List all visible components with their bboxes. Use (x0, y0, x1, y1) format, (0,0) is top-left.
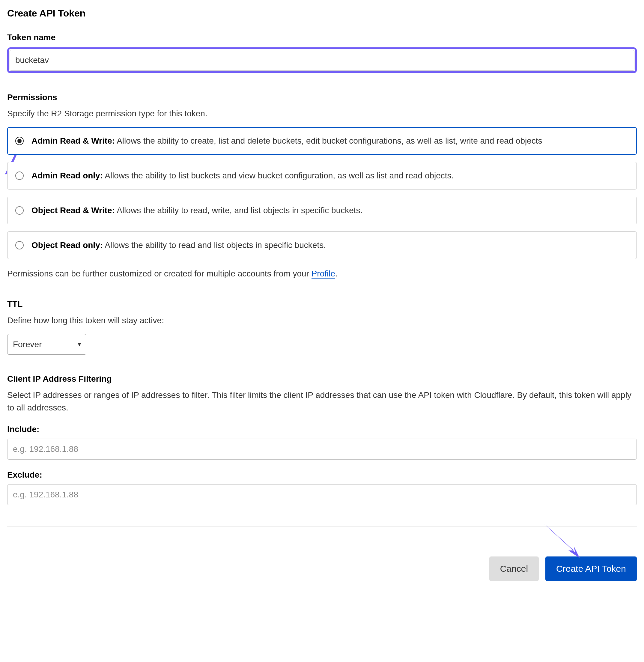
arrow-icon (541, 521, 583, 563)
exclude-input[interactable] (7, 484, 637, 505)
profile-link[interactable]: Profile (312, 269, 335, 278)
permissions-label: Permissions (7, 91, 637, 104)
token-name-label: Token name (7, 31, 637, 44)
ttl-select[interactable]: Forever (7, 334, 86, 355)
token-name-input[interactable] (9, 50, 635, 71)
ip-filter-label: Client IP Address Filtering (7, 373, 637, 385)
permissions-desc: Specify the R2 Storage permission type f… (7, 107, 637, 120)
create-api-token-button[interactable]: Create API Token (545, 556, 637, 581)
cancel-button[interactable]: Cancel (489, 556, 539, 581)
ttl-desc: Define how long this token will stay act… (7, 314, 637, 327)
exclude-label: Exclude: (7, 469, 637, 481)
permission-option[interactable]: Object Read only: Allows the ability to … (7, 231, 637, 259)
permission-text: Admin Read only: Allows the ability to l… (31, 169, 454, 182)
ip-filter-desc: Select IP addresses or ranges of IP addr… (7, 389, 637, 414)
permission-text: Object Read & Write: Allows the ability … (31, 204, 363, 217)
radio-icon (15, 241, 24, 249)
radio-icon (15, 137, 24, 145)
include-label: Include: (7, 423, 637, 436)
permission-option[interactable]: Object Read & Write: Allows the ability … (7, 197, 637, 224)
permission-text: Admin Read & Write: Allows the ability t… (31, 135, 543, 147)
include-input[interactable] (7, 439, 637, 460)
permissions-note: Permissions can be further customized or… (7, 268, 637, 280)
permission-text: Object Read only: Allows the ability to … (31, 239, 326, 252)
divider (7, 526, 637, 526)
permission-option[interactable]: Admin Read & Write: Allows the ability t… (7, 127, 637, 155)
page-title: Create API Token (7, 6, 637, 20)
token-name-highlight (7, 47, 637, 73)
ttl-label: TTL (7, 298, 637, 311)
radio-icon (15, 206, 24, 215)
radio-icon (15, 172, 24, 180)
permission-option[interactable]: Admin Read only: Allows the ability to l… (7, 162, 637, 189)
